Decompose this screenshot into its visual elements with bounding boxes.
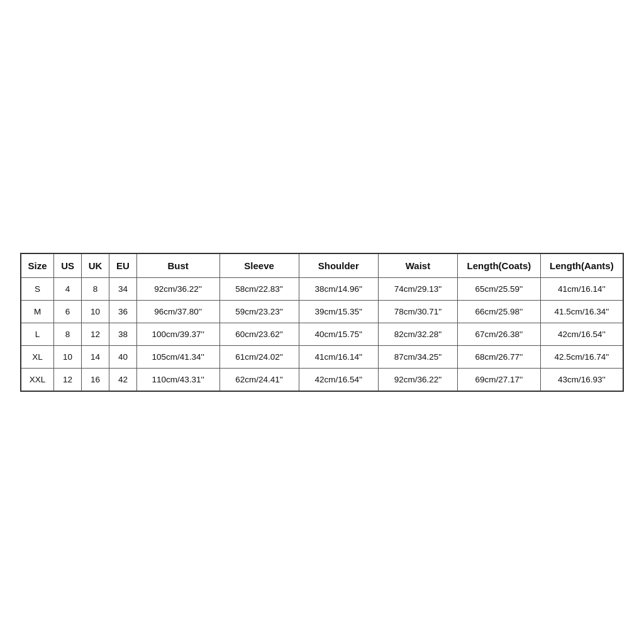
cell-shoulder: 40cm/15.75'': [299, 323, 378, 345]
cell-uk: 16: [82, 368, 109, 391]
cell-uk: 10: [82, 300, 109, 323]
cell-sleeve: 61cm/24.02'': [219, 345, 299, 368]
cell-bust: 105cm/41.34'': [136, 345, 219, 368]
header-us: US: [54, 253, 82, 278]
cell-length-coats: 65cm/25.59'': [458, 277, 541, 300]
cell-shoulder: 42cm/16.54'': [299, 368, 378, 391]
cell-us: 6: [54, 300, 82, 323]
cell-length-aants: 41.5cm/16.34'': [540, 300, 623, 323]
cell-bust: 96cm/37.80'': [136, 300, 219, 323]
cell-length-coats: 68cm/26.77'': [458, 345, 541, 368]
cell-size: M: [21, 300, 54, 323]
cell-shoulder: 41cm/16.14'': [299, 345, 378, 368]
cell-length-aants: 43cm/16.93'': [540, 368, 623, 391]
cell-us: 10: [54, 345, 82, 368]
header-uk: UK: [82, 253, 109, 278]
size-chart-table: Size US UK EU Bust Sleeve Shoulder Waist…: [20, 253, 624, 392]
cell-size: XXL: [21, 368, 54, 391]
table-header-row: Size US UK EU Bust Sleeve Shoulder Waist…: [21, 253, 623, 278]
cell-us: 4: [54, 277, 82, 300]
cell-length-coats: 66cm/25.98'': [458, 300, 541, 323]
header-waist: Waist: [378, 253, 457, 278]
cell-waist: 78cm/30.71'': [378, 300, 457, 323]
cell-waist: 87cm/34.25'': [378, 345, 457, 368]
header-length-coats: Length(Coats): [458, 253, 541, 278]
cell-uk: 14: [82, 345, 109, 368]
table-row: L81238100cm/39.37''60cm/23.62''40cm/15.7…: [21, 323, 623, 345]
cell-eu: 34: [109, 277, 136, 300]
cell-length-coats: 69cm/27.17'': [458, 368, 541, 391]
cell-us: 12: [54, 368, 82, 391]
cell-uk: 12: [82, 323, 109, 345]
cell-size: XL: [21, 345, 54, 368]
cell-bust: 92cm/36.22'': [136, 277, 219, 300]
header-length-aants: Length(Aants): [540, 253, 623, 278]
cell-eu: 40: [109, 345, 136, 368]
cell-waist: 74cm/29.13'': [378, 277, 457, 300]
cell-bust: 110cm/43.31'': [136, 368, 219, 391]
cell-sleeve: 60cm/23.62'': [219, 323, 299, 345]
cell-shoulder: 39cm/15.35'': [299, 300, 378, 323]
cell-sleeve: 58cm/22.83'': [219, 277, 299, 300]
cell-waist: 92cm/36.22'': [378, 368, 457, 391]
cell-sleeve: 59cm/23.23'': [219, 300, 299, 323]
header-eu: EU: [109, 253, 136, 278]
table-row: XL101440105cm/41.34''61cm/24.02''41cm/16…: [21, 345, 623, 368]
cell-uk: 8: [82, 277, 109, 300]
cell-size: L: [21, 323, 54, 345]
cell-shoulder: 38cm/14.96'': [299, 277, 378, 300]
cell-length-aants: 41cm/16.14'': [540, 277, 623, 300]
table-row: S483492cm/36.22''58cm/22.83''38cm/14.96'…: [21, 277, 623, 300]
header-bust: Bust: [136, 253, 219, 278]
header-size: Size: [21, 253, 54, 278]
cell-eu: 38: [109, 323, 136, 345]
cell-length-coats: 67cm/26.38'': [458, 323, 541, 345]
header-sleeve: Sleeve: [219, 253, 299, 278]
cell-us: 8: [54, 323, 82, 345]
table-row: XXL121642110cm/43.31''62cm/24.41''42cm/1…: [21, 368, 623, 391]
size-chart-container: Size US UK EU Bust Sleeve Shoulder Waist…: [20, 253, 624, 392]
cell-length-aants: 42cm/16.54'': [540, 323, 623, 345]
cell-eu: 36: [109, 300, 136, 323]
cell-bust: 100cm/39.37'': [136, 323, 219, 345]
cell-eu: 42: [109, 368, 136, 391]
table-row: M6103696cm/37.80''59cm/23.23''39cm/15.35…: [21, 300, 623, 323]
cell-size: S: [21, 277, 54, 300]
cell-waist: 82cm/32.28'': [378, 323, 457, 345]
cell-length-aants: 42.5cm/16.74'': [540, 345, 623, 368]
cell-sleeve: 62cm/24.41'': [219, 368, 299, 391]
header-shoulder: Shoulder: [299, 253, 378, 278]
